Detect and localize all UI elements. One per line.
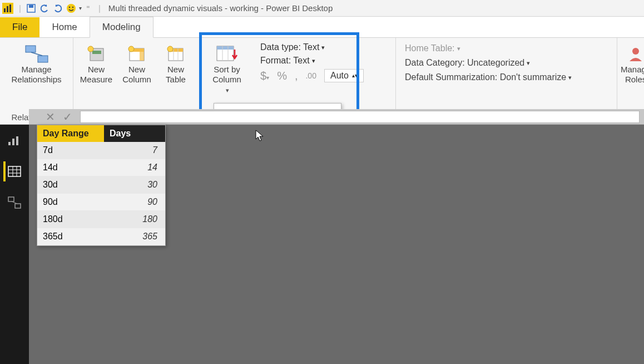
- svg-rect-9: [38, 56, 48, 62]
- table-row[interactable]: 365d365: [37, 228, 165, 245]
- column-header-days[interactable]: Days: [104, 125, 165, 142]
- manage-roles-label: Manage Roles: [621, 65, 644, 85]
- column-icon: [127, 43, 146, 65]
- comma-icon[interactable]: ,: [295, 70, 298, 82]
- dropdown-caret-icon: [225, 85, 229, 95]
- svg-point-7: [72, 6, 73, 7]
- separator: |: [98, 3, 101, 13]
- relationships-icon: [24, 43, 49, 65]
- ribbon-tabs: File Home Modeling: [0, 17, 644, 38]
- svg-point-5: [67, 4, 76, 13]
- sort-icon: [216, 43, 238, 65]
- svg-rect-24: [217, 46, 234, 50]
- new-measure-button[interactable]: New Measure: [77, 40, 116, 85]
- new-measure-label: New Measure: [80, 65, 112, 85]
- svg-rect-30: [16, 136, 18, 145]
- tab-modeling[interactable]: Modeling: [90, 17, 153, 38]
- data-category-dropdown[interactable]: Data Category: Uncategorized ▾: [405, 58, 572, 68]
- svg-rect-8: [26, 46, 36, 52]
- default-summarization-dropdown[interactable]: Default Summarization: Don't summarize ▾: [405, 72, 572, 82]
- app-logo-icon: [2, 3, 13, 14]
- svg-rect-31: [8, 166, 21, 176]
- new-table-label: New Table: [166, 65, 186, 85]
- svg-rect-37: [15, 204, 21, 208]
- svg-rect-12: [92, 51, 101, 54]
- data-type-dropdown[interactable]: Data type: Text ▾: [260, 42, 364, 52]
- tab-home[interactable]: Home: [39, 17, 89, 37]
- separator: |: [19, 3, 21, 13]
- sort-by-column-label: Sort by Column: [212, 65, 241, 85]
- svg-line-10: [31, 52, 42, 56]
- auto-decimals-input[interactable]: Auto▴▾: [324, 69, 364, 82]
- currency-icon[interactable]: $▾: [260, 70, 269, 82]
- cancel-formula-icon[interactable]: ✕: [46, 110, 55, 124]
- person-icon: [627, 43, 644, 65]
- percent-icon[interactable]: %: [277, 70, 287, 82]
- format-dropdown[interactable]: Format: Text ▾: [260, 56, 364, 66]
- column-header-day-range[interactable]: Day Range: [37, 125, 104, 142]
- table-row[interactable]: 7d7: [37, 142, 165, 159]
- svg-line-38: [12, 201, 17, 204]
- new-column-label: New Column: [122, 65, 151, 85]
- dropdown-caret-icon[interactable]: ▾: [79, 5, 82, 11]
- svg-point-27: [632, 48, 639, 55]
- data-table: Day Range Days 7d7 14d14 30d30 90d90 180…: [37, 125, 166, 246]
- table-row[interactable]: 30d30: [37, 176, 165, 194]
- decimal-icon[interactable]: .00: [305, 71, 316, 80]
- new-table-button[interactable]: New Table: [158, 40, 194, 85]
- formula-input[interactable]: [80, 111, 640, 123]
- table-header-row: Day Range Days: [37, 125, 165, 142]
- formula-bar: ✕ ✓: [29, 109, 644, 125]
- svg-rect-1: [7, 6, 8, 12]
- left-nav: [0, 125, 29, 364]
- tab-file[interactable]: File: [0, 17, 39, 37]
- save-icon[interactable]: [26, 3, 37, 14]
- manage-relationships-label: Manage Relationships: [11, 65, 61, 85]
- new-column-button[interactable]: New Column: [119, 40, 155, 85]
- window-title: Multi threaded dynamic visuals - working…: [108, 3, 333, 13]
- mouse-cursor-icon: [255, 129, 266, 142]
- svg-rect-16: [140, 48, 144, 61]
- svg-point-6: [69, 6, 70, 7]
- manage-roles-button[interactable]: Manage Roles: [621, 40, 644, 85]
- svg-point-22: [167, 46, 173, 52]
- undo-icon[interactable]: [39, 3, 50, 14]
- svg-rect-29: [12, 139, 14, 145]
- canvas-area: ✕ ✓ Day Range Days 7d7 14d14 30d30 90d90…: [29, 125, 644, 364]
- svg-rect-36: [8, 197, 14, 201]
- title-bar: | ▾ ⁼ | Multi threaded dynamic visuals -…: [0, 0, 644, 17]
- qat-customize-icon[interactable]: ⁼: [83, 3, 94, 14]
- data-view-icon[interactable]: [3, 161, 23, 181]
- smiley-icon[interactable]: [66, 3, 77, 14]
- report-view-icon[interactable]: [4, 130, 24, 150]
- svg-point-17: [128, 46, 134, 52]
- sort-by-column-button[interactable]: Sort by Column: [204, 40, 250, 95]
- commit-formula-icon[interactable]: ✓: [63, 110, 72, 124]
- svg-rect-28: [8, 142, 11, 145]
- svg-rect-2: [9, 4, 11, 12]
- table-row[interactable]: 180d180: [37, 211, 165, 228]
- measure-icon: [87, 43, 106, 65]
- manage-relationships-button[interactable]: Manage Relationships: [3, 40, 70, 85]
- redo-icon[interactable]: [52, 3, 63, 14]
- svg-rect-4: [29, 5, 33, 8]
- table-icon: [166, 43, 185, 65]
- table-row[interactable]: 14d14: [37, 159, 165, 176]
- home-table-dropdown[interactable]: Home Table: ▾: [405, 43, 572, 53]
- svg-rect-0: [4, 8, 6, 12]
- model-view-icon[interactable]: [4, 193, 24, 213]
- svg-point-13: [88, 46, 93, 52]
- table-row[interactable]: 90d90: [37, 194, 165, 211]
